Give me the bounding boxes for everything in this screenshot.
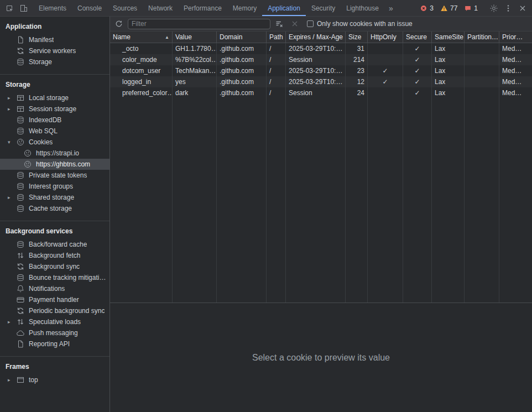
sidebar-item-indexeddb[interactable]: IndexedDB bbox=[0, 114, 109, 126]
cell-priority: Med… bbox=[499, 54, 532, 65]
filler-cell bbox=[110, 98, 173, 303]
inspect-element-icon[interactable] bbox=[2, 1, 17, 15]
delete-cookie-button[interactable] bbox=[288, 17, 301, 30]
expander-icon[interactable]: ▸ bbox=[8, 319, 16, 325]
sidebar-item-storage[interactable]: Storage bbox=[0, 56, 109, 67]
card-icon bbox=[16, 295, 25, 304]
sidebar-item-service-workers[interactable]: Service workers bbox=[0, 45, 109, 56]
tab-network[interactable]: Network bbox=[143, 0, 178, 16]
cell-value: dark bbox=[173, 87, 217, 98]
issue-count: 1 bbox=[474, 4, 478, 12]
column-header-name[interactable]: Name▲ bbox=[110, 32, 173, 43]
device-toolbar-icon[interactable] bbox=[17, 1, 31, 15]
cloud-icon bbox=[16, 328, 25, 337]
warning-count: 77 bbox=[450, 4, 457, 12]
tab-elements[interactable]: Elements bbox=[33, 0, 72, 16]
refresh-button[interactable] bbox=[112, 17, 126, 30]
sidebar-item-web-sql[interactable]: Web SQL bbox=[0, 126, 109, 137]
sidebar-item-notifications[interactable]: Notifications bbox=[0, 283, 109, 294]
cell-samesite: Lax bbox=[432, 65, 465, 76]
settings-button[interactable] bbox=[487, 1, 501, 15]
expander-icon[interactable]: ▾ bbox=[8, 139, 16, 145]
sidebar-item-shared-storage[interactable]: ▸Shared storage bbox=[0, 192, 109, 203]
checkbox-box-icon[interactable] bbox=[307, 20, 314, 27]
column-header-path[interactable]: Path bbox=[267, 32, 286, 43]
expander-icon[interactable]: ▸ bbox=[8, 106, 16, 112]
cell-secure: ✓ bbox=[403, 76, 432, 87]
column-header-partition[interactable]: Partition… bbox=[465, 32, 499, 43]
expander-icon[interactable]: ▸ bbox=[8, 195, 16, 200]
cell-size: 24 bbox=[346, 87, 368, 98]
cell-domain: .github.com bbox=[217, 76, 267, 87]
cell-domain: .github.com bbox=[217, 87, 267, 98]
sidebar-item-background-fetch[interactable]: Background fetch bbox=[0, 250, 109, 261]
sidebar-item-bounce-tracking-mitigations[interactable]: Bounce tracking mitigations bbox=[0, 272, 109, 283]
column-header-samesite[interactable]: SameSite bbox=[432, 32, 465, 43]
bell-icon bbox=[16, 284, 25, 293]
tab-console[interactable]: Console bbox=[72, 0, 107, 16]
tab-sources[interactable]: Sources bbox=[107, 0, 143, 16]
expander-icon[interactable]: ▸ bbox=[8, 377, 16, 383]
column-header-label: Name bbox=[113, 33, 131, 41]
sidebar-item-cache-storage[interactable]: Cache storage bbox=[0, 203, 109, 214]
cell-path: / bbox=[267, 54, 286, 65]
table-row[interactable]: color_mode%7B%22col….github.com/Session2… bbox=[110, 54, 532, 65]
close-devtools-button[interactable] bbox=[515, 1, 530, 15]
tab-lighthouse[interactable]: Lighthouse bbox=[341, 0, 384, 16]
cell-httponly bbox=[368, 87, 403, 98]
service-worker-icon bbox=[16, 46, 25, 55]
sidebar-item-back-forward-cache[interactable]: Back/forward cache bbox=[0, 239, 109, 250]
sidebar-item-payment-handler[interactable]: Payment handler bbox=[0, 294, 109, 305]
tab-performance[interactable]: Performance bbox=[178, 0, 227, 16]
sort-asc-icon: ▲ bbox=[165, 35, 169, 40]
table-row[interactable]: preferred_color…dark.github.com/Session2… bbox=[110, 87, 532, 98]
cookie-icon bbox=[23, 149, 32, 158]
column-header-priority[interactable]: Prior… bbox=[499, 32, 532, 43]
column-header-secure[interactable]: Secure bbox=[403, 32, 432, 43]
table-row[interactable]: _octoGH1.1.7780….github.com/2025-03-29T1… bbox=[110, 43, 532, 54]
warnings-badge[interactable]: 77 bbox=[440, 4, 457, 12]
sidebar-item-manifest[interactable]: Manifest bbox=[0, 34, 109, 45]
column-header-httponly[interactable]: HttpOnly bbox=[368, 32, 403, 43]
filter-input[interactable] bbox=[128, 19, 270, 29]
expander-icon[interactable]: ▸ bbox=[8, 95, 16, 101]
column-header-value[interactable]: Value bbox=[173, 32, 217, 43]
sidebar-item-push-messaging[interactable]: Push messaging bbox=[0, 327, 109, 338]
sidebar-item-label: Web SQL bbox=[29, 127, 58, 135]
warning-icon bbox=[440, 4, 448, 12]
column-header-size[interactable]: Size bbox=[346, 32, 368, 43]
errors-badge[interactable]: 3 bbox=[420, 4, 434, 12]
sidebar-item-top[interactable]: ▸top bbox=[0, 374, 109, 385]
table-icon bbox=[16, 93, 25, 102]
sidebar-item-background-sync[interactable]: Background sync bbox=[0, 261, 109, 272]
column-header-expires[interactable]: Expires / Max-Age bbox=[286, 32, 346, 43]
sidebar-section-title: Storage bbox=[0, 75, 109, 92]
sidebar-item-cookies[interactable]: ▾Cookies bbox=[0, 137, 109, 148]
tab-memory[interactable]: Memory bbox=[227, 0, 262, 16]
tab-application[interactable]: Application bbox=[262, 0, 306, 16]
sidebar-item-speculative-loads[interactable]: ▸Speculative loads bbox=[0, 316, 109, 327]
menu-button[interactable] bbox=[501, 1, 515, 15]
issues-badge[interactable]: 1 bbox=[464, 4, 478, 12]
sidebar-item-reporting-api[interactable]: Reporting API bbox=[0, 338, 109, 350]
sidebar-item-interest-groups[interactable]: Interest groups bbox=[0, 181, 109, 192]
sidebar-item-https-ghbtns-com[interactable]: https://ghbtns.com bbox=[0, 159, 109, 170]
sidebar-item-private-state-tokens[interactable]: Private state tokens bbox=[0, 170, 109, 181]
table-row[interactable]: dotcom_userTechMakan….github.com/2025-03… bbox=[110, 65, 532, 76]
cell-name: preferred_color… bbox=[110, 87, 173, 98]
column-header-domain[interactable]: Domain bbox=[217, 32, 267, 43]
sidebar-item-https-strapi-io[interactable]: https://strapi.io bbox=[0, 148, 109, 159]
sidebar-item-local-storage[interactable]: ▸Local storage bbox=[0, 92, 109, 103]
table-row[interactable]: logged_inyes.github.com/2025-03-29T10:…1… bbox=[110, 76, 532, 87]
updown-icon bbox=[16, 251, 25, 260]
sidebar-item-periodic-background-sync[interactable]: Periodic background sync bbox=[0, 305, 109, 316]
column-header-label: Prior… bbox=[502, 33, 523, 41]
column-header-label: Domain bbox=[220, 33, 242, 41]
clear-filter-button[interactable] bbox=[273, 17, 286, 30]
sidebar-item-session-storage[interactable]: ▸Session storage bbox=[0, 103, 109, 114]
tab-security[interactable]: Security bbox=[306, 0, 341, 16]
more-tabs-button[interactable]: » bbox=[384, 4, 398, 13]
sidebar-item-label: Cookies bbox=[29, 138, 53, 146]
issue-filter-checkbox[interactable]: Only show cookies with an issue bbox=[307, 20, 413, 28]
sidebar-item-label: Interest groups bbox=[29, 182, 73, 190]
